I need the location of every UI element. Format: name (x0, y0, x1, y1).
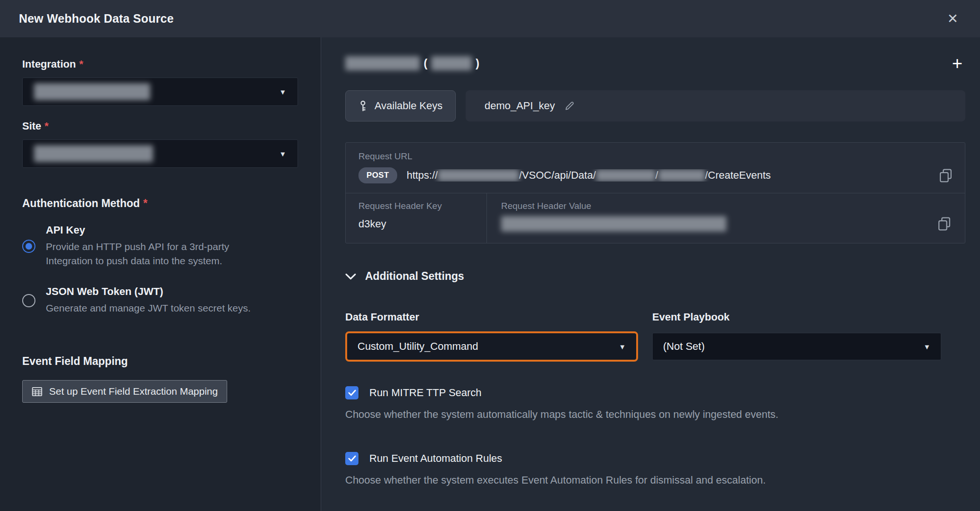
copy-url-icon[interactable] (939, 169, 952, 182)
request-url-section: Request URL POST https:// /VSOC/api/Data… (346, 143, 965, 193)
request-header-value-cell: Request Header Value (487, 193, 965, 243)
additional-settings-toggle[interactable]: Additional Settings (345, 270, 965, 283)
mapping-button-label: Set up Event Field Extraction Mapping (49, 386, 218, 397)
request-info-box: Request URL POST https:// /VSOC/api/Data… (345, 142, 965, 243)
auth-option-jwt[interactable]: JSON Web Token (JWT) Generate and manage… (22, 286, 298, 315)
setup-field-extraction-mapping-button[interactable]: Set up Event Field Extraction Mapping (22, 380, 227, 403)
radio-selected-icon[interactable] (22, 240, 35, 253)
redacted-integration-value (34, 83, 150, 100)
selected-api-key-field[interactable]: demo_API_key (466, 90, 965, 121)
request-header-key-value: d3key (358, 218, 474, 230)
request-header-key-cell: Request Header Key d3key (346, 193, 487, 243)
mitre-ttp-search-block: Run MITRE TTP Search Choose whether the … (345, 386, 965, 421)
api-key-name: demo_API_key (485, 100, 555, 112)
dialog-titlebar: New Webhook Data Source ✕ (0, 0, 980, 37)
main-title-row: ( ) + (345, 54, 965, 72)
redacted-header-value (501, 216, 726, 232)
checkbox-description: Choose whether the system automatically … (345, 408, 965, 421)
chevron-down-icon: ▼ (619, 343, 626, 351)
event-playbook-group: Event Playbook (Not Set) ▼ (652, 311, 941, 362)
dialog-body: Integration* ▼ Site* ▼ Authentication Me… (0, 37, 980, 511)
dialog-title: New Webhook Data Source (19, 12, 174, 26)
integration-label: Integration* (22, 58, 298, 70)
integration-select[interactable]: ▼ (22, 78, 298, 106)
run-event-automation-rules-checkbox-row[interactable]: Run Event Automation Rules (345, 452, 965, 465)
webhook-data-source-dialog: New Webhook Data Source ✕ Integration* ▼… (0, 0, 980, 511)
available-keys-button[interactable]: Available Keys (345, 90, 456, 121)
checkbox-checked-icon[interactable] (345, 452, 358, 465)
radio-unselected-icon[interactable] (22, 294, 35, 307)
auth-method-heading: Authentication Method* (22, 197, 298, 210)
additional-settings-label: Additional Settings (365, 270, 464, 283)
auth-option-description: Generate and manage JWT token secret key… (46, 301, 251, 315)
run-mitre-ttp-search-checkbox-row[interactable]: Run MITRE TTP Search (345, 386, 965, 399)
event-field-mapping-heading: Event Field Mapping (22, 355, 298, 368)
redacted-integration-segment (596, 169, 656, 182)
redacted-host (438, 169, 519, 182)
chevron-down-icon: ▼ (923, 343, 930, 351)
http-method-badge: POST (358, 167, 397, 183)
checkbox-description: Choose whether the system executes Event… (345, 474, 965, 486)
copy-header-value-icon[interactable] (938, 217, 951, 231)
redacted-source-id (431, 56, 472, 70)
data-formatter-group: Data Formatter Custom_Utility_Command ▼ (345, 311, 638, 362)
checkbox-label: Run MITRE TTP Search (369, 387, 482, 399)
required-asterisk: * (143, 197, 147, 209)
auth-option-label: API Key (46, 224, 275, 236)
add-key-icon[interactable]: + (949, 54, 965, 72)
request-header-key-label: Request Header Key (358, 201, 474, 211)
auth-option-label: JSON Web Token (JWT) (46, 286, 251, 298)
keys-row: Available Keys demo_API_key (345, 90, 965, 121)
table-grid-icon (32, 386, 43, 397)
chevron-down-icon: ▼ (279, 88, 286, 96)
required-asterisk: * (44, 120, 49, 132)
request-header-section: Request Header Key d3key Request Header … (346, 193, 965, 243)
site-select[interactable]: ▼ (22, 139, 298, 168)
event-playbook-select[interactable]: (Not Set) ▼ (652, 333, 941, 360)
event-playbook-label: Event Playbook (652, 311, 941, 323)
request-url-label: Request URL (358, 151, 952, 162)
checkbox-checked-icon[interactable] (345, 386, 358, 399)
chevron-down-icon: ▼ (279, 150, 286, 158)
key-icon (358, 100, 367, 112)
source-title: ( ) (345, 56, 479, 70)
site-group: Site* ▼ (22, 120, 298, 168)
redacted-site-segment (658, 169, 705, 182)
request-header-value-label: Request Header Value (501, 201, 951, 211)
event-automation-rules-block: Run Event Automation Rules Choose whethe… (345, 452, 965, 486)
site-label: Site* (22, 120, 298, 132)
data-formatter-label: Data Formatter (345, 311, 638, 323)
paren-close: ) (476, 57, 479, 70)
formatter-playbook-row: Data Formatter Custom_Utility_Command ▼ … (345, 311, 965, 362)
available-keys-label: Available Keys (375, 100, 443, 112)
redacted-site-value (34, 145, 153, 162)
paren-open: ( (424, 57, 427, 70)
checkbox-label: Run Event Automation Rules (369, 452, 502, 465)
edit-pencil-icon[interactable] (564, 101, 574, 111)
request-url-value: https:// /VSOC/api/Data/ / /CreateEvents (407, 169, 930, 182)
data-formatter-select[interactable]: Custom_Utility_Command ▼ (345, 331, 638, 362)
chevron-down-icon (345, 273, 356, 280)
data-formatter-value: Custom_Utility_Command (358, 340, 478, 353)
main-panel: ( ) + Available Keys (321, 37, 980, 511)
close-icon[interactable]: ✕ (945, 10, 961, 27)
required-asterisk: * (79, 58, 84, 70)
redacted-source-name (345, 56, 420, 70)
auth-option-description: Provide an HTTP push API for a 3rd-party… (46, 240, 275, 268)
auth-option-api-key[interactable]: API Key Provide an HTTP push API for a 3… (22, 224, 298, 268)
event-playbook-value: (Not Set) (663, 340, 705, 353)
left-config-panel: Integration* ▼ Site* ▼ Authentication Me… (0, 37, 321, 511)
